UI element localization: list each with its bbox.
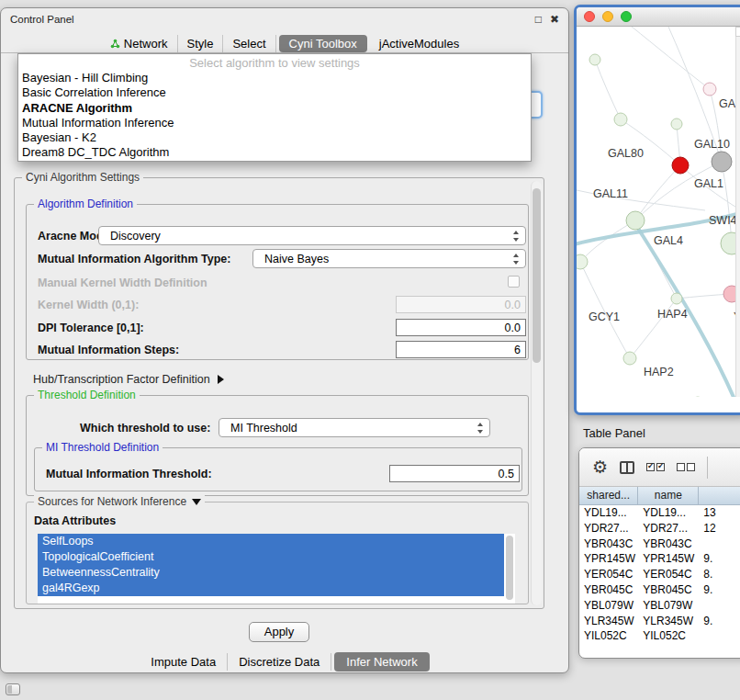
- hub-definition-expander[interactable]: Hub/Transcription Factor Definition: [33, 373, 224, 386]
- manual-kernel-checkbox[interactable]: [508, 276, 520, 288]
- algorithm-dropdown-popup: Select algorithm to view settings Bayesi…: [17, 53, 532, 162]
- settings-group-title: Cyni Algorithm Settings: [22, 171, 143, 184]
- mi-threshold-label: Mutual Information Threshold:: [46, 468, 212, 480]
- gal4-node[interactable]: [626, 211, 645, 230]
- toolbar-divider: [707, 457, 708, 479]
- gene-node[interactable]: [703, 83, 716, 96]
- deselect-all-checkboxes-icon[interactable]: [677, 463, 695, 471]
- algorithm-definition-group: Algorithm Definition Aracne Mode: Discov…: [26, 204, 529, 360]
- table-row[interactable]: YLR345W YLR345W 9.: [579, 614, 740, 629]
- mi-type-value: Naive Bayes: [264, 253, 329, 265]
- table-row[interactable]: YIL052C YIL052C: [579, 628, 740, 644]
- tab-label: Style: [187, 37, 214, 51]
- dropdown-item[interactable]: Bayesian - Hill Climbing: [18, 71, 531, 85]
- tab-network[interactable]: Network: [101, 35, 178, 52]
- aracne-mode-select[interactable]: Discovery: [98, 226, 526, 245]
- gal10-node[interactable]: [712, 152, 732, 172]
- kernel-width-input[interactable]: [396, 296, 526, 313]
- mi-type-label: Mutual Information Algorithm Type:: [38, 253, 230, 265]
- zoom-traffic-light[interactable]: [621, 11, 632, 22]
- column-header-name[interactable]: name: [638, 487, 699, 504]
- list-item[interactable]: BetweennessCentrality: [38, 565, 504, 581]
- selected-red-node[interactable]: [672, 157, 689, 174]
- gene-node[interactable]: [671, 293, 682, 304]
- table-row[interactable]: YDR27... YDR27... 12: [579, 521, 740, 536]
- table-toolbar: ⚙: [579, 448, 740, 487]
- close-window-icon[interactable]: ✖: [550, 14, 559, 25]
- threshold-definition-title: Threshold Definition: [34, 389, 140, 401]
- settings-scrollbar[interactable]: [531, 181, 542, 605]
- node-label: HAP4: [657, 308, 688, 321]
- table-panel-title: Table Panel: [583, 426, 645, 440]
- tab-label: jActiveModules: [379, 37, 459, 51]
- dropdown-item[interactable]: Mutual Information Inference: [18, 116, 531, 130]
- settings-scrollbar-thumb[interactable]: [533, 188, 541, 363]
- table-row[interactable]: YDL19... YDL19... 13: [579, 505, 740, 521]
- gene-node[interactable]: [614, 113, 627, 126]
- cyni-algorithm-settings-group: Cyni Algorithm Settings Algorithm Defini…: [14, 177, 544, 609]
- dpi-tolerance-input[interactable]: [396, 319, 526, 336]
- mi-threshold-input[interactable]: [389, 465, 520, 482]
- gene-node[interactable]: [671, 119, 682, 130]
- gear-icon[interactable]: ⚙: [592, 458, 608, 476]
- cyni-bottom-tabbar: Impute Data Discretize Data Infer Networ…: [1, 651, 568, 672]
- float-window-icon[interactable]: □: [535, 14, 542, 25]
- data-attributes-list: SelfLoops TopologicalCoefficient Between…: [38, 534, 515, 604]
- desktop: Control Panel □ ✖ Network Style: [0, 0, 740, 700]
- which-threshold-value: MI Threshold: [230, 422, 297, 435]
- network-window-titlebar: [577, 7, 740, 27]
- mi-steps-label: Mutual Information Steps:: [38, 344, 179, 356]
- tab-cyni-toolbox[interactable]: Cyni Toolbox: [279, 35, 367, 52]
- network-icon: [110, 39, 120, 49]
- table-body: YDL19... YDL19... 13 YDR27... YDR27... 1…: [579, 505, 740, 644]
- tab-impute-data[interactable]: Impute Data: [140, 653, 228, 671]
- minimize-traffic-light[interactable]: [602, 11, 613, 22]
- aracne-mode-value: Discovery: [110, 230, 161, 243]
- node-label: GAL1: [694, 177, 723, 190]
- table-row[interactable]: YBR043C YBR043C: [579, 536, 740, 552]
- tab-infer-network[interactable]: Infer Network: [334, 652, 429, 672]
- gene-node[interactable]: [623, 352, 636, 365]
- table-header-row: shared... name: [579, 487, 740, 505]
- apply-button[interactable]: Apply: [249, 622, 309, 642]
- network-scrollbar-button[interactable]: [735, 27, 740, 37]
- table-row[interactable]: YER054C YER054C 8.: [579, 567, 740, 582]
- tab-jactivemodules[interactable]: jActiveModules: [370, 35, 468, 52]
- node-label: HAP2: [644, 366, 674, 378]
- close-traffic-light[interactable]: [584, 11, 595, 22]
- list-item[interactable]: gal4RGexp: [38, 581, 504, 596]
- list-scrollbar-thumb[interactable]: [506, 536, 513, 600]
- table-row[interactable]: YPR145W YPR145W 9.: [579, 551, 740, 567]
- dropdown-item-selected[interactable]: ARACNE Algorithm: [18, 101, 531, 116]
- table-row[interactable]: YBR045C YBR045C 9.: [579, 582, 740, 598]
- sources-group-header[interactable]: Sources for Network Inference: [34, 495, 205, 508]
- select-all-checkboxes-icon[interactable]: [646, 463, 665, 471]
- restore-panel-icon[interactable]: [6, 683, 20, 695]
- list-item[interactable]: SelfLoops: [38, 534, 504, 549]
- tab-discretize-data[interactable]: Discretize Data: [228, 653, 331, 671]
- mi-type-select[interactable]: Naive Bayes: [252, 249, 526, 268]
- mi-steps-input[interactable]: [396, 341, 526, 358]
- tab-style[interactable]: Style: [178, 35, 224, 52]
- network-canvas[interactable]: GAL8 GAL80 GAL10 GAL11 GAL1 SWI4 GAL4 GC…: [577, 27, 740, 397]
- list-item[interactable]: TopologicalCoefficient: [38, 549, 504, 565]
- network-view-window: GAL8 GAL80 GAL10 GAL11 GAL1 SWI4 GAL4 GC…: [574, 5, 740, 415]
- table-row[interactable]: YBL079W YBL079W: [579, 598, 740, 614]
- network-vertical-scrollbar[interactable]: [735, 27, 740, 397]
- updown-arrows-icon: [477, 423, 484, 434]
- dropdown-item[interactable]: Dream8 DC_TDC Algorithm: [18, 145, 531, 160]
- sources-group: Sources for Network Inference Data Attri…: [26, 502, 529, 604]
- node-label: GAL4: [654, 234, 683, 247]
- gene-node[interactable]: [589, 54, 600, 65]
- tab-select[interactable]: Select: [223, 35, 275, 52]
- dpi-tolerance-label: DPI Tolerance [0,1]:: [38, 322, 144, 334]
- column-header-partial[interactable]: [699, 487, 740, 504]
- dropdown-item[interactable]: Basic Correlation Inference: [18, 85, 531, 100]
- columns-icon[interactable]: [620, 461, 634, 474]
- column-header-shared-name[interactable]: shared...: [579, 487, 638, 504]
- table-panel-window: ⚙ shared... name YDL19... YDL19... 13: [578, 447, 740, 659]
- manual-kernel-label: Manual Kernel Width Definition: [38, 277, 207, 289]
- gene-node[interactable]: [577, 254, 588, 269]
- dropdown-item[interactable]: Bayesian - K2: [18, 130, 531, 145]
- which-threshold-select[interactable]: MI Threshold: [219, 418, 490, 437]
